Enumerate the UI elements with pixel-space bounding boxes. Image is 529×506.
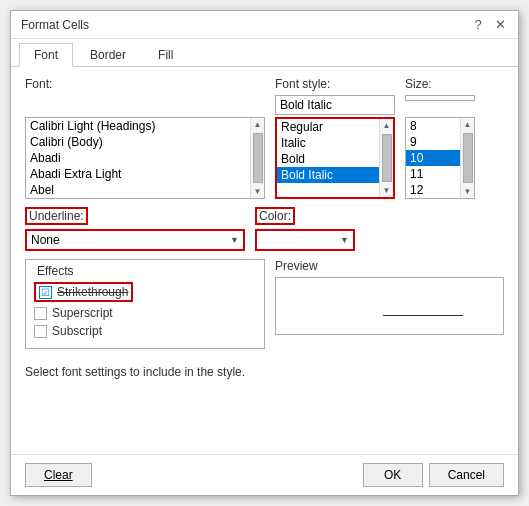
color-label: Color: [255, 207, 295, 225]
lists-row: Calibri Light (Headings) Calibri (Body) … [25, 117, 504, 199]
dialog-footer: Clear OK Cancel [11, 454, 518, 495]
size-list-scrollbar[interactable]: ▲ ▼ [460, 118, 474, 198]
size-8[interactable]: 8 [406, 118, 460, 134]
size-9[interactable]: 9 [406, 134, 460, 150]
color-value [261, 233, 336, 247]
close-button[interactable]: ✕ [492, 17, 508, 33]
size-10[interactable]: 10 [406, 150, 460, 166]
preview-box [275, 277, 504, 335]
tab-bar: Font Border Fill [11, 39, 518, 67]
size-scroll-down[interactable]: ▼ [462, 185, 474, 198]
style-scroll-down[interactable]: ▼ [381, 184, 393, 197]
strikethrough-outlined-wrapper: ☑ Strikethrough [34, 282, 133, 302]
color-select[interactable]: ▼ [255, 229, 355, 251]
font-size-list[interactable]: 8 9 10 11 12 14 ▲ ▼ [405, 117, 475, 199]
preview-title: Preview [275, 259, 504, 273]
style-bold-italic[interactable]: Bold Italic [277, 167, 379, 183]
tab-fill[interactable]: Fill [143, 43, 188, 66]
size-col-label: Size: [405, 77, 475, 91]
size-scroll-up[interactable]: ▲ [462, 118, 474, 131]
subscript-row: Subscript [34, 324, 256, 338]
style-scroll-up[interactable]: ▲ [381, 119, 393, 132]
color-dropdown-arrow: ▼ [340, 235, 349, 245]
effects-title: Effects [34, 264, 76, 278]
underline-value: None [31, 233, 226, 247]
preview-section: Preview [275, 259, 504, 349]
ok-button[interactable]: OK [363, 463, 423, 487]
dialog-content: Font: Font style: Size: Bold Italic Cali… [11, 67, 518, 454]
effects-section: Effects ☑ Strikethrough Superscrip [25, 259, 265, 349]
underline-select[interactable]: None ▼ [25, 229, 245, 251]
size-scroll-thumb[interactable] [463, 133, 473, 183]
column-labels: Font: Font style: Size: [25, 77, 504, 91]
strikethrough-label: Strikethrough [57, 285, 128, 299]
style-italic[interactable]: Italic [277, 135, 379, 151]
style-bold[interactable]: Bold [277, 151, 379, 167]
tab-font[interactable]: Font [19, 43, 73, 67]
font-item-abadi[interactable]: Abadi [26, 150, 250, 166]
style-regular[interactable]: Regular [277, 119, 379, 135]
cancel-button[interactable]: Cancel [429, 463, 504, 487]
strikethrough-checkbox[interactable]: ☑ [39, 286, 52, 299]
font-style-input[interactable]: Bold Italic [275, 95, 395, 115]
style-col-label: Font style: [275, 77, 395, 91]
strikethrough-row: ☑ Strikethrough [34, 282, 256, 302]
style-scroll-thumb[interactable] [382, 134, 392, 182]
title-bar: Format Cells ? ✕ [11, 11, 518, 39]
underline-label: Underline: [25, 207, 88, 225]
dialog-title: Format Cells [21, 18, 89, 32]
checkbox-check-icon: ☑ [41, 287, 50, 298]
size-11[interactable]: 11 [406, 166, 460, 182]
font-col-label: Font: [25, 77, 265, 91]
superscript-row: Superscript [34, 306, 256, 320]
font-list[interactable]: Calibri Light (Headings) Calibri (Body) … [25, 117, 265, 199]
format-cells-dialog: Format Cells ? ✕ Font Border Fill Font: … [10, 10, 519, 496]
superscript-label: Superscript [52, 306, 113, 320]
font-item-calibri-light[interactable]: Calibri Light (Headings) [26, 118, 250, 134]
font-size-list-items: 8 9 10 11 12 14 [406, 118, 460, 198]
font-list-items: Calibri Light (Headings) Calibri (Body) … [26, 118, 250, 198]
scroll-down-arrow[interactable]: ▼ [252, 185, 264, 198]
underline-color-row: Underline: None ▼ Color: ▼ [25, 207, 504, 251]
underline-dropdown-arrow: ▼ [230, 235, 239, 245]
font-size-input[interactable] [405, 95, 475, 101]
scroll-thumb[interactable] [253, 133, 263, 183]
font-item-abel[interactable]: Abel [26, 182, 250, 198]
size-12[interactable]: 12 [406, 182, 460, 198]
subscript-checkbox[interactable] [34, 325, 47, 338]
effects-preview-row: Effects ☑ Strikethrough Superscrip [25, 259, 504, 349]
color-group: Color: ▼ [255, 207, 355, 251]
tab-border[interactable]: Border [75, 43, 141, 66]
font-list-scrollbar[interactable]: ▲ ▼ [250, 118, 264, 198]
underline-group: Underline: None ▼ [25, 207, 245, 251]
clear-button[interactable]: Clear [25, 463, 92, 487]
font-style-list-items: Regular Italic Bold Bold Italic [277, 119, 379, 197]
superscript-checkbox[interactable] [34, 307, 47, 320]
help-button[interactable]: ? [470, 17, 486, 33]
font-style-list[interactable]: Regular Italic Bold Bold Italic ▲ ▼ [275, 117, 395, 199]
font-item-abadi-extra[interactable]: Abadi Extra Light [26, 166, 250, 182]
font-item-calibri-body[interactable]: Calibri (Body) [26, 134, 250, 150]
subscript-label: Subscript [52, 324, 102, 338]
title-bar-controls: ? ✕ [470, 17, 508, 33]
effects-group: Effects ☑ Strikethrough Superscrip [25, 259, 265, 349]
scroll-up-arrow[interactable]: ▲ [252, 118, 264, 131]
style-list-scrollbar[interactable]: ▲ ▼ [379, 119, 393, 197]
hint-text: Select font settings to include in the s… [25, 365, 504, 379]
preview-line [383, 315, 463, 316]
